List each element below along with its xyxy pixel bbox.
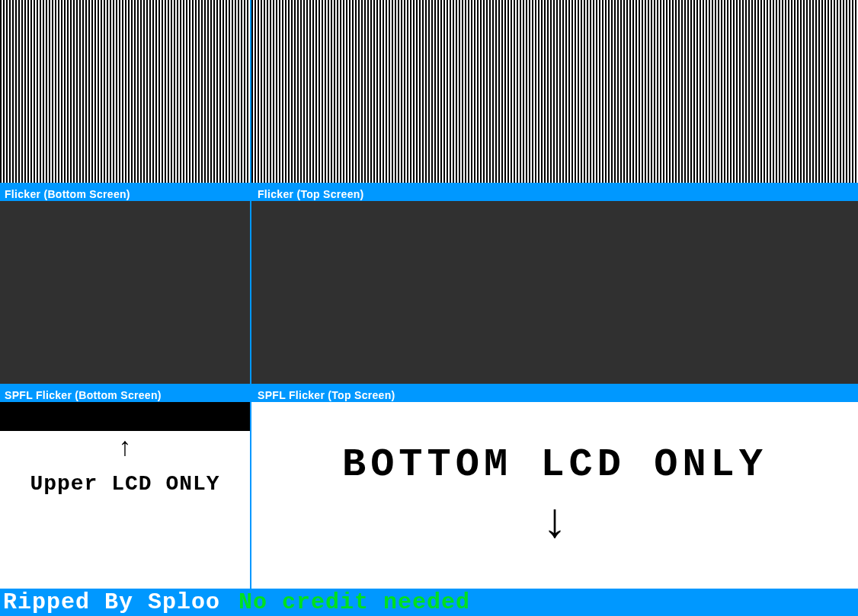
lcd-row: ↑ Upper LCD ONLY BOTTOM LCD ONLY ↓ — [0, 402, 858, 589]
flicker-bottom-label: Flicker (Bottom Screen) — [5, 188, 130, 200]
spfl-bottom-screen — [0, 201, 251, 384]
upper-lcd-blackbar — [0, 402, 250, 431]
credit-footer: Ripped By Sploo No credit needed — [0, 589, 858, 616]
ripped-by-text: Ripped By Sploo — [3, 589, 220, 615]
bottom-lcd-panel: BOTTOM LCD ONLY ↓ — [251, 402, 858, 589]
bottom-lcd-text: BOTTOM LCD ONLY — [342, 442, 767, 487]
spfl-top-screen — [251, 201, 858, 384]
no-credit-text: No credit needed — [239, 589, 470, 615]
spfl-row — [0, 201, 858, 384]
spfl-top-label: SPFL Flicker (Top Screen) — [258, 389, 395, 401]
spfl-bottom-label: SPFL Flicker (Bottom Screen) — [5, 389, 162, 401]
flicker-top-screen — [251, 0, 858, 183]
up-arrow-icon: ↑ — [117, 436, 133, 461]
spfl-label-bar: SPFL Flicker (Bottom Screen) SPFL Flicke… — [0, 384, 858, 402]
flicker-top-label: Flicker (Top Screen) — [258, 188, 364, 200]
flicker-bottom-screen — [0, 0, 251, 183]
flicker-row — [0, 0, 858, 183]
upper-lcd-text: Upper LCD ONLY — [30, 472, 219, 496]
upper-lcd-panel: ↑ Upper LCD ONLY — [0, 402, 251, 589]
flicker-label-bar: Flicker (Bottom Screen) Flicker (Top Scr… — [0, 183, 858, 201]
down-arrow-icon: ↓ — [540, 500, 569, 548]
